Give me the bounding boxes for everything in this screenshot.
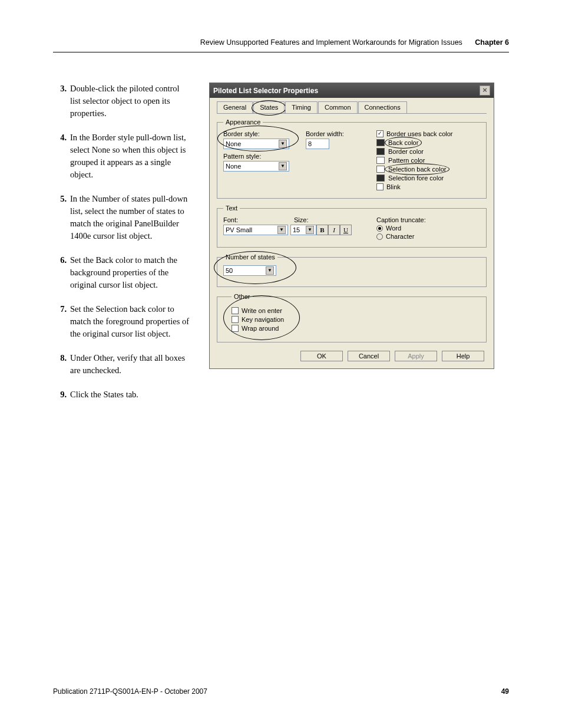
other-legend: Other xyxy=(232,293,253,300)
border-color-swatch xyxy=(376,148,385,155)
step-4: 4.In the Border style pull-down list, se… xyxy=(57,131,191,181)
radio-icon xyxy=(376,233,383,240)
close-icon[interactable]: × xyxy=(480,85,490,95)
selection-fore-row[interactable]: Selection fore color xyxy=(376,174,480,182)
numstates-select[interactable]: 50 ▼ xyxy=(223,265,276,276)
tab-connections[interactable]: Connections xyxy=(358,101,407,113)
write-on-enter-checkbox[interactable]: Write on enter xyxy=(232,307,480,314)
border-width-label: Border width: xyxy=(306,130,376,137)
selection-back-row[interactable]: Selection back color xyxy=(376,166,480,173)
page-number: 49 xyxy=(501,687,509,696)
dialog-button-bar: OK Cancel Apply Help xyxy=(217,348,487,363)
font-label: Font: xyxy=(223,216,294,223)
step-6: 6.Set the Back color to match the backgr… xyxy=(57,254,191,291)
border-style-select[interactable]: None ▼ xyxy=(223,139,289,149)
border-uses-back-checkbox[interactable]: ✓ Border uses back color xyxy=(376,130,480,137)
radio-word[interactable]: Word xyxy=(376,225,480,232)
chevron-down-icon: ▼ xyxy=(306,226,314,234)
cancel-button[interactable]: Cancel xyxy=(348,351,390,361)
border-width-input[interactable]: 8 xyxy=(306,139,329,149)
other-group: Other Write on enter Key navigation Wrap… xyxy=(217,293,487,342)
wrap-around-checkbox[interactable]: Wrap around xyxy=(232,325,480,332)
pattern-color-swatch xyxy=(376,157,385,164)
bold-button[interactable]: B xyxy=(316,225,328,235)
page-header: Review Unsupported Features and Implemen… xyxy=(200,38,509,47)
dialog-body: General States Timing Common Connections… xyxy=(210,98,494,368)
pattern-style-label: Pattern style: xyxy=(223,153,306,160)
step-7: 7.Set the Selection back color to match … xyxy=(57,303,191,340)
chapter-label: Chapter 6 xyxy=(475,38,509,47)
pattern-color-row[interactable]: Pattern color xyxy=(376,157,480,164)
tab-common[interactable]: Common xyxy=(318,101,358,113)
header-title: Review Unsupported Features and Implemen… xyxy=(200,38,462,47)
appearance-legend: Appearance xyxy=(223,118,263,126)
pattern-style-select[interactable]: None ▼ xyxy=(223,161,289,172)
radio-character[interactable]: Character xyxy=(376,233,480,240)
step-8: 8.Under Other, verify that all boxes are… xyxy=(57,352,191,377)
text-legend: Text xyxy=(223,205,240,212)
dialog-title: Piloted List Selector Properties xyxy=(213,87,318,95)
chevron-down-icon: ▼ xyxy=(279,162,287,170)
dialog-titlebar[interactable]: Piloted List Selector Properties × xyxy=(210,83,494,98)
font-select[interactable]: PV Small ▼ xyxy=(223,225,288,235)
number-of-states-group: Number of states 50 ▼ xyxy=(217,253,487,287)
tab-timing[interactable]: Timing xyxy=(285,101,318,113)
italic-button[interactable]: I xyxy=(328,225,340,235)
blink-checkbox[interactable]: Blink xyxy=(376,183,480,190)
text-group: Text Font: Size: PV Small ▼ 15 ▼ xyxy=(217,205,487,248)
radio-icon xyxy=(376,225,383,232)
border-style-label: Border style: xyxy=(223,130,306,137)
instruction-steps: 3.Double-click the piloted control list … xyxy=(57,83,191,413)
apply-button[interactable]: Apply xyxy=(395,351,437,361)
appearance-group: Appearance Border style: None ▼ Pattern … xyxy=(217,118,487,199)
selection-fore-swatch xyxy=(376,174,385,182)
key-navigation-checkbox[interactable]: Key navigation xyxy=(232,316,480,323)
properties-dialog: Piloted List Selector Properties × Gener… xyxy=(209,83,494,369)
chevron-down-icon: ▼ xyxy=(279,140,287,148)
underline-button[interactable]: U xyxy=(340,225,352,235)
chevron-down-icon: ▼ xyxy=(266,266,274,275)
step-9: 9.Click the States tab. xyxy=(57,388,191,401)
header-rule xyxy=(53,52,509,52)
size-label: Size: xyxy=(294,216,308,223)
back-color-row[interactable]: Back color xyxy=(376,139,480,146)
dialog-tabs: General States Timing Common Connections xyxy=(217,101,487,114)
help-button[interactable]: Help xyxy=(442,351,484,361)
ok-button[interactable]: OK xyxy=(300,351,343,361)
caption-truncate-label: Caption truncate: xyxy=(376,216,480,223)
publication-info: Publication 2711P-QS001A-EN-P - October … xyxy=(53,687,207,696)
back-color-swatch xyxy=(376,139,385,146)
numstates-legend: Number of states xyxy=(223,253,277,261)
tab-states[interactable]: States xyxy=(253,101,285,113)
page-footer: Publication 2711P-QS001A-EN-P - October … xyxy=(53,687,509,696)
chevron-down-icon: ▼ xyxy=(277,226,286,234)
step-3: 3.Double-click the piloted control list … xyxy=(57,83,191,120)
border-color-row[interactable]: Border color xyxy=(376,148,480,155)
size-select[interactable]: 15 ▼ xyxy=(290,225,316,235)
selection-back-swatch xyxy=(376,166,385,173)
step-5: 5.In the Number of states pull-down list… xyxy=(57,193,191,242)
tab-general[interactable]: General xyxy=(217,101,253,113)
